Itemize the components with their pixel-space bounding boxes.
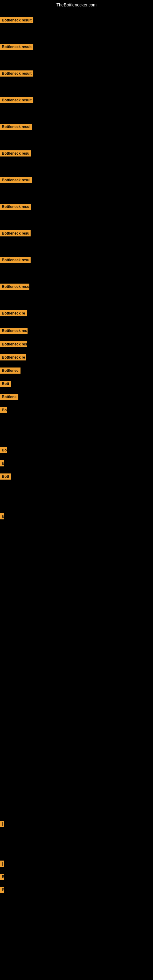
bottleneck-badge-1[interactable]: Bottleneck result xyxy=(0,17,33,24)
badge-text-5: Bottleneck resul xyxy=(0,124,32,130)
bottleneck-badge-4[interactable]: Bottleneck result xyxy=(0,97,33,105)
bottleneck-badge-10[interactable]: Bottleneck resu xyxy=(0,257,30,264)
bottleneck-badge-8[interactable]: Bottleneck resu xyxy=(0,204,31,211)
bottleneck-badge-25[interactable]: | xyxy=(0,861,4,868)
bottleneck-badge-27[interactable]: B xyxy=(0,887,4,894)
bottleneck-badge-12[interactable]: Bottleneck re xyxy=(0,310,27,318)
badge-text-26: B xyxy=(0,874,4,880)
badge-text-12: Bottleneck re xyxy=(0,310,27,317)
badge-text-24: | xyxy=(0,821,4,827)
bottleneck-badge-15[interactable]: Bottleneck re xyxy=(0,354,26,362)
bottleneck-badge-11[interactable]: Bottleneck resu xyxy=(0,283,29,291)
badge-text-2: Bottleneck result xyxy=(0,44,33,50)
badge-text-22: Bott xyxy=(0,474,11,480)
bottleneck-badge-5[interactable]: Bottleneck resul xyxy=(0,124,32,131)
badge-text-8: Bottleneck resu xyxy=(0,204,31,210)
badge-text-21: B xyxy=(0,460,4,466)
bottleneck-badge-7[interactable]: Bottleneck resul xyxy=(0,177,32,185)
bottleneck-badge-26[interactable]: B xyxy=(0,874,4,881)
badge-text-3: Bottleneck result xyxy=(0,70,33,76)
bottleneck-badge-22[interactable]: Bott xyxy=(0,474,11,481)
badge-text-20: Bo xyxy=(0,447,7,453)
badge-text-9: Bottleneck resu xyxy=(0,230,30,236)
badge-text-15: Bottleneck re xyxy=(0,354,26,360)
badge-text-4: Bottleneck result xyxy=(0,97,33,103)
badge-text-18: Bottlene xyxy=(0,394,18,400)
bottleneck-badge-21[interactable]: B xyxy=(0,460,4,468)
bottleneck-badge-3[interactable]: Bottleneck result xyxy=(0,70,33,78)
badge-text-1: Bottleneck result xyxy=(0,17,33,23)
bottleneck-badge-16[interactable]: Bottlenec xyxy=(0,368,21,375)
badge-text-16: Bottlenec xyxy=(0,368,21,374)
badge-text-23: B xyxy=(0,513,4,519)
bottleneck-badge-20[interactable]: Bo xyxy=(0,447,7,455)
bottleneck-badge-2[interactable]: Bottleneck result xyxy=(0,44,33,51)
bottleneck-badge-17[interactable]: Bott xyxy=(0,381,11,388)
bottleneck-badge-6[interactable]: Bottleneck resu xyxy=(0,150,31,158)
badge-text-6: Bottleneck resu xyxy=(0,150,31,156)
bottleneck-badge-19[interactable]: Bo xyxy=(0,407,7,414)
bottleneck-badge-18[interactable]: Bottlene xyxy=(0,394,18,401)
badge-text-7: Bottleneck resul xyxy=(0,177,32,183)
badge-text-13: Bottleneck res xyxy=(0,328,27,334)
badge-text-14: Bottleneck res xyxy=(0,341,27,347)
badge-text-10: Bottleneck resu xyxy=(0,257,30,263)
bottleneck-badge-13[interactable]: Bottleneck res xyxy=(0,328,27,335)
bottleneck-badge-24[interactable]: | xyxy=(0,821,4,828)
badge-text-25: | xyxy=(0,861,4,867)
badge-text-11: Bottleneck resu xyxy=(0,283,29,290)
badge-text-19: Bo xyxy=(0,407,7,413)
bottleneck-badge-9[interactable]: Bottleneck resu xyxy=(0,230,30,238)
bottleneck-badge-14[interactable]: Bottleneck res xyxy=(0,341,27,348)
bottleneck-badge-23[interactable]: B xyxy=(0,513,4,520)
site-title: TheBottlenecker.com xyxy=(0,0,153,9)
badge-text-27: B xyxy=(0,887,4,893)
badge-text-17: Bott xyxy=(0,381,11,387)
